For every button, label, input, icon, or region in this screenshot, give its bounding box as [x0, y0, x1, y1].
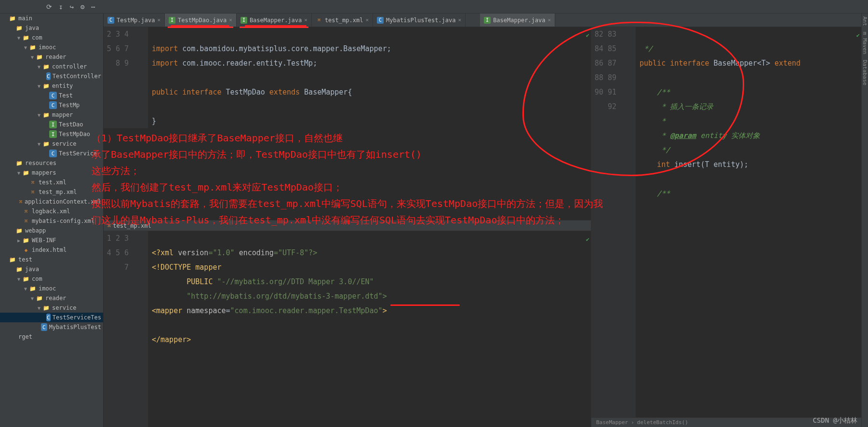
expand-arrow-icon[interactable]: ▼ — [29, 55, 36, 60]
tree-item[interactable]: ▼📁com — [0, 33, 103, 42]
expand-arrow-icon[interactable]: ▼ — [36, 83, 42, 89]
file-icon: 📁 — [22, 34, 30, 41]
tree-item[interactable]: ⌘mybatis-config.xml — [0, 216, 103, 226]
tree-item[interactable]: ◆index.html — [0, 245, 103, 255]
editor-tab[interactable]: IBaseMapper.java× — [237, 14, 312, 27]
expand-arrow-icon[interactable]: ▶ — [15, 238, 22, 243]
sync-icon[interactable]: ⟳ — [46, 3, 52, 11]
run-icon[interactable]: ↪ — [69, 3, 73, 11]
file-icon: 📁 — [15, 227, 23, 234]
tab-test-mp-xml[interactable]: ⌘ test_mp.xml — [104, 220, 591, 231]
tree-item[interactable]: CTestService — [0, 149, 103, 158]
file-icon: C — [107, 17, 114, 24]
file-icon: ⌘ — [29, 179, 37, 186]
file-icon: ⌘ — [29, 188, 37, 196]
close-icon[interactable]: × — [365, 17, 369, 23]
editor-tab[interactable]: ⌘test_mp.xml× — [312, 14, 373, 27]
tree-label: test — [18, 256, 32, 263]
tree-item[interactable]: 📁java — [0, 23, 103, 33]
tree-item[interactable]: CTestController — [0, 71, 103, 81]
tree-item[interactable]: ▼📁imooc — [0, 42, 103, 52]
tree-label: com — [32, 275, 42, 282]
editor-tab[interactable]: CTestMp.java× — [104, 14, 165, 27]
file-icon: ⌘ — [19, 198, 23, 206]
tree-item[interactable]: ⌘test_mp.xml — [0, 187, 103, 197]
tree-label: webapp — [25, 227, 46, 234]
more-icon[interactable]: ⋯ — [91, 3, 95, 11]
expand-arrow-icon[interactable]: ▼ — [15, 276, 22, 282]
tree-item[interactable]: CMybatisPlusTest — [0, 322, 103, 332]
file-icon: ⌘ — [22, 207, 30, 215]
file-icon: I — [484, 17, 491, 24]
right-tool-strip: Ant m Maven Database — [861, 14, 868, 427]
tab-label: TestMp.java — [117, 17, 155, 24]
tree-item[interactable]: ▼📁service — [0, 303, 103, 313]
tree-label: com — [32, 34, 42, 41]
project-tree[interactable]: 📁main📁java▼📁com▼📁imooc▼📁reader▼📁controll… — [0, 14, 104, 427]
expand-arrow-icon[interactable]: ▼ — [36, 141, 42, 147]
tree-item[interactable]: rget — [0, 332, 103, 342]
file-icon: ⌘ — [316, 17, 322, 24]
tree-item[interactable]: ▼📁entity — [0, 81, 103, 91]
tree-item[interactable]: 📁test — [0, 255, 103, 264]
tree-label: test_mp.xml — [39, 189, 77, 195]
tree-item[interactable]: 📁webapp — [0, 226, 103, 235]
tree-label: TestMp — [59, 102, 80, 109]
expand-arrow-icon[interactable]: ▼ — [15, 35, 22, 41]
tree-item[interactable]: 📁java — [0, 264, 103, 274]
expand-arrow-icon[interactable]: ▼ — [22, 45, 29, 50]
tree-item[interactable]: ▶📁WEB-INF — [0, 235, 103, 245]
tree-item[interactable]: ⌘applicationContext.xml — [0, 197, 103, 207]
expand-arrow-icon[interactable]: ▼ — [22, 286, 29, 291]
tree-item[interactable]: ▼📁mappers — [0, 168, 103, 178]
breadcrumb-class[interactable]: BaseMapper — [596, 419, 628, 426]
editor-testmpdao[interactable]: ✔ 2 3 4 5 6 7 8 9 import com.baomidou.my… — [104, 27, 591, 128]
close-icon[interactable]: × — [304, 17, 307, 23]
tree-item[interactable]: ▼📁reader — [0, 52, 103, 62]
tree-label: applicationContext.xml — [25, 198, 101, 205]
tree-item[interactable]: CTestMp — [0, 100, 103, 110]
close-icon[interactable]: × — [229, 17, 232, 23]
tree-item[interactable]: ▼📁com — [0, 274, 103, 284]
close-icon[interactable]: × — [458, 17, 462, 23]
tree-item[interactable]: ▼📁controller — [0, 62, 103, 71]
editor-basemapper[interactable]: ✔ 82 83 84 85 86 87 88 89 90 91 92 */ pu… — [591, 27, 861, 417]
tree-item[interactable]: 📁resources — [0, 158, 103, 168]
tree-item[interactable]: ▼📁mapper — [0, 110, 103, 120]
editor-tab[interactable]: ITestMpDao.java× — [165, 14, 237, 27]
tree-item[interactable]: ⌘logback.xml — [0, 207, 103, 216]
tree-item[interactable]: CTestServiceTes — [0, 313, 103, 322]
editor-tab[interactable]: CMybatisPlusTest.java× — [373, 14, 466, 27]
expand-arrow-icon[interactable]: ▼ — [29, 296, 36, 301]
maven-tool[interactable]: m Maven — [862, 29, 868, 57]
database-tool[interactable]: Database — [862, 57, 868, 88]
tree-item[interactable]: ITestDao — [0, 120, 103, 129]
tree-item[interactable]: ▼📁reader — [0, 293, 103, 303]
tree-item[interactable]: CTest — [0, 91, 103, 100]
expand-arrow-icon[interactable]: ▼ — [36, 64, 42, 69]
tree-item[interactable]: 📁main — [0, 14, 103, 23]
file-icon: 📁 — [42, 111, 50, 119]
tree-item[interactable]: ▼📁service — [0, 139, 103, 149]
close-icon[interactable]: × — [157, 17, 160, 23]
editor-test-mp-xml[interactable]: ✔ 1 2 3 4 5 6 7 <?xml version="1.0" enco… — [104, 231, 591, 427]
tree-item[interactable]: ITestMpDao — [0, 129, 103, 139]
tree-label: imooc — [39, 44, 56, 51]
tree-label: TestMpDao — [59, 131, 90, 138]
file-icon: C — [377, 17, 384, 24]
tree-label: TestDao — [59, 121, 83, 128]
editor-tab[interactable]: IBaseMapper.java× — [480, 14, 555, 27]
download-icon[interactable]: ↧ — [59, 3, 63, 11]
breadcrumb-method[interactable]: deleteBatchIds() — [637, 419, 688, 426]
expand-arrow-icon[interactable]: ▼ — [36, 305, 42, 311]
close-icon[interactable]: × — [548, 17, 551, 23]
ant-tool[interactable]: Ant — [862, 14, 868, 29]
tree-label: mapper — [52, 111, 73, 118]
tree-item[interactable]: ▼📁imooc — [0, 284, 103, 293]
expand-arrow-icon[interactable]: ▼ — [15, 170, 22, 176]
tree-label: service — [52, 140, 77, 147]
tree-item[interactable]: ⌘test.xml — [0, 178, 103, 187]
inspection-ok-icon: ✔ — [586, 232, 589, 247]
expand-arrow-icon[interactable]: ▼ — [36, 112, 42, 118]
gear-icon[interactable]: ⚙ — [80, 3, 84, 11]
